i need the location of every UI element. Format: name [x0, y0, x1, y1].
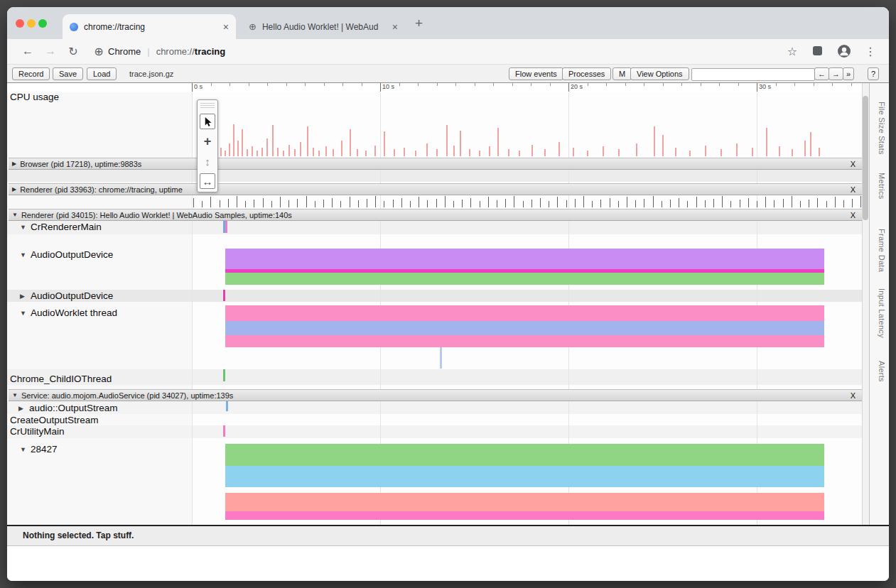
menu-dots-icon[interactable]: ⋮ [864, 45, 877, 58]
flow-events-button[interactable]: Flow events [509, 67, 563, 80]
trace-event-tick [419, 197, 419, 207]
record-button[interactable]: Record [12, 67, 50, 80]
find-previous-button[interactable]: ← [814, 67, 829, 80]
cpu-usage-spike [662, 135, 664, 156]
view-options-button[interactable]: View Options [630, 67, 689, 80]
process-header[interactable]: ▶Renderer (pid 33963): chrome://tracing,… [9, 183, 862, 195]
sidebar-tab[interactable]: Frame Data [875, 229, 886, 272]
thread-row[interactable]: ▶AudioOutputDevice [20, 290, 113, 302]
thread-row[interactable]: ▼28427 [20, 443, 58, 455]
disclosure-triangle-icon[interactable]: ▼ [20, 224, 31, 231]
zoom-window-button[interactable] [38, 19, 47, 28]
tab-webaudio[interactable]: ⊕ Hello Audio Worklet! | WebAud × [242, 14, 405, 39]
thread-row[interactable]: Chrome_ChildIOThread [10, 373, 112, 385]
trace-slice[interactable] [225, 444, 824, 466]
disclosure-triangle-icon[interactable]: ▼ [20, 446, 31, 453]
thread-row[interactable]: CPU usage [10, 91, 59, 103]
selection-tool-button[interactable] [200, 114, 215, 129]
tab-close-icon[interactable]: × [223, 21, 229, 33]
process-close-button[interactable]: X [849, 211, 857, 219]
trace-slice[interactable] [225, 273, 824, 285]
sidebar-tab[interactable]: File Size Stats [875, 102, 886, 155]
site-info-icon[interactable]: ⊕ [92, 45, 105, 58]
trace-event-tick [583, 196, 584, 207]
disclosure-triangle-icon[interactable]: ▼ [12, 212, 18, 218]
ruler-tick [794, 83, 795, 86]
thread-row[interactable]: ▼AudioOutputDevice [20, 249, 113, 261]
row-band [7, 170, 862, 182]
forward-icon[interactable]: → [44, 45, 57, 58]
find-input[interactable] [691, 68, 815, 81]
tab-tracing[interactable]: chrome://tracing × [63, 14, 236, 39]
help-button[interactable]: ? [868, 67, 879, 80]
sidebar-tab[interactable]: Alerts [875, 361, 886, 382]
cpu-usage-spike [587, 151, 588, 156]
pan-tool-button[interactable]: + [200, 134, 215, 149]
trace-event-tick [722, 196, 723, 207]
trace-slice[interactable] [223, 369, 225, 381]
new-tab-button[interactable]: + [415, 16, 423, 31]
trace-slice[interactable] [223, 425, 225, 437]
disclosure-triangle-icon[interactable]: ▶ [20, 293, 31, 300]
overflow-button[interactable]: » [843, 67, 854, 80]
trace-slice[interactable] [225, 321, 824, 335]
trace-slice[interactable] [226, 401, 228, 411]
process-close-button[interactable]: X [849, 160, 857, 168]
trace-slice[interactable] [225, 466, 824, 487]
trace-event-tick [514, 196, 514, 207]
cpu-usage-spike [531, 145, 533, 156]
reload-icon[interactable]: ↻ [67, 45, 80, 58]
cpu-usage-spike [283, 151, 284, 156]
tab-close-icon[interactable]: × [392, 21, 398, 33]
disclosure-triangle-icon[interactable]: ▶ [12, 186, 16, 192]
trace-slice[interactable] [225, 511, 824, 520]
trace-slice[interactable] [440, 347, 442, 369]
disclosure-triangle-icon[interactable]: ▼ [20, 310, 31, 317]
thread-row[interactable]: ▼CrRendererMain [20, 221, 102, 233]
trace-event-tick [367, 199, 367, 207]
process-header[interactable]: ▶Browser (pid 17218), uptime:9883sX [9, 158, 862, 170]
disclosure-triangle-icon[interactable]: ▼ [12, 392, 18, 398]
save-button[interactable]: Save [53, 67, 83, 80]
sidebar-tab[interactable]: Input Latency [875, 288, 886, 338]
trace-event-tick [323, 200, 324, 207]
trace-slice[interactable] [225, 249, 824, 269]
bookmark-star-icon[interactable]: ☆ [786, 45, 799, 58]
trace-slice[interactable] [223, 290, 225, 301]
trace-slice[interactable] [225, 305, 824, 321]
process-close-button[interactable]: X [849, 391, 857, 400]
trace-event-tick [809, 200, 809, 207]
thread-row[interactable]: CreateOutputStream [10, 414, 99, 426]
thread-row[interactable]: ▼AudioWorklet thread [20, 307, 117, 319]
process-header[interactable]: ▼Renderer (pid 34015): Hello Audio Workl… [9, 209, 862, 221]
trace-slice[interactable] [225, 493, 824, 511]
trace-event-tick [618, 201, 619, 207]
disclosure-triangle-icon[interactable]: ▶ [18, 405, 29, 412]
cpu-usage-spike [469, 149, 470, 156]
load-button[interactable]: Load [87, 67, 117, 80]
thread-row[interactable]: CrUtilityMain [10, 425, 65, 437]
trace-slice[interactable] [225, 221, 227, 233]
close-window-button[interactable] [16, 19, 24, 28]
metrics-button[interactable]: M [612, 67, 632, 80]
process-header[interactable]: ▼Service: audio.mojom.AudioService (pid … [9, 389, 862, 401]
processes-button[interactable]: Processes [562, 67, 611, 80]
omnibox[interactable]: Chrome|chrome://tracing [108, 46, 225, 57]
trace-slice[interactable] [225, 335, 824, 347]
trace-event-tick [523, 201, 524, 207]
thread-row[interactable]: ▶audio::OutputStream [18, 402, 118, 414]
minimize-window-button[interactable] [27, 19, 36, 28]
sidebar-tab[interactable]: Metrics [875, 173, 886, 200]
timing-tool-button[interactable]: ↔ [200, 173, 215, 189]
back-icon[interactable]: ← [21, 45, 34, 58]
extension-icon[interactable] [813, 46, 822, 55]
disclosure-triangle-icon[interactable]: ▼ [20, 251, 31, 258]
find-next-button[interactable]: → [828, 67, 843, 80]
trace-event-tick [765, 197, 766, 207]
disclosure-triangle-icon[interactable]: ▶ [12, 160, 16, 167]
palette-drag-handle[interactable] [200, 103, 215, 109]
profile-avatar[interactable] [837, 44, 851, 61]
process-close-button[interactable]: X [849, 185, 857, 194]
ruler-tick [663, 83, 664, 86]
zoom-tool-button[interactable]: ↕ [200, 153, 215, 169]
